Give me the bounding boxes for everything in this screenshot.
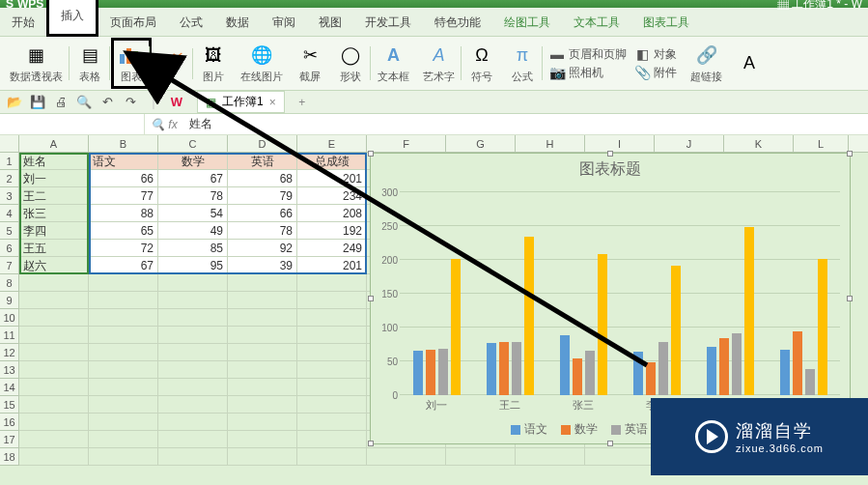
cell[interactable]: 姓名 [19,153,89,170]
row-header[interactable]: 5 [0,222,19,240]
cell[interactable] [367,448,446,466]
workbook-tab[interactable]: ▦ 工作簿1 × [197,91,285,113]
cell[interactable]: 88 [89,205,158,222]
cell[interactable] [158,344,228,361]
ribbon-online-picture[interactable]: 🌐 在线图片 [235,41,289,86]
camera-button[interactable]: 📷照相机 [549,65,627,81]
cell[interactable]: 67 [158,170,228,187]
cell[interactable] [19,379,89,396]
tab-formula[interactable]: 公式 [168,8,214,36]
tab-view[interactable]: 视图 [307,8,353,36]
header-footer-button[interactable]: ▬页眉和页脚 [549,46,627,63]
cell[interactable]: 39 [228,257,297,274]
cell[interactable]: 王二 [19,187,89,205]
ribbon-table[interactable]: ▤ 表格 [70,41,109,86]
tab-chart-tools[interactable]: 图表工具 [631,8,701,36]
cell[interactable]: 赵六 [19,257,89,274]
cell[interactable] [158,274,228,292]
cell[interactable] [158,327,228,344]
cell[interactable] [19,396,89,414]
cell[interactable] [89,309,158,327]
cell[interactable] [158,431,228,448]
bar[interactable] [671,266,681,395]
cell[interactable]: 67 [89,257,158,274]
cell[interactable] [228,379,297,396]
cell[interactable] [228,396,297,414]
bar[interactable] [707,347,716,395]
bar[interactable] [744,227,754,395]
ribbon-pivot[interactable]: ▦ 数据透视表 [4,41,69,86]
bar[interactable] [426,350,435,395]
cell[interactable]: 54 [158,205,228,222]
col-header-k[interactable]: K [724,135,794,152]
row-header[interactable]: 10 [0,309,19,327]
cell[interactable] [297,274,367,292]
cell[interactable]: 234 [297,187,367,205]
ribbon-sparkline-group[interactable] [154,43,192,85]
cell[interactable]: 78 [228,222,297,240]
cell[interactable] [89,361,158,379]
bar[interactable] [732,333,742,395]
tab-insert[interactable]: 插入 [46,0,98,37]
row-header[interactable]: 12 [0,344,19,361]
bar[interactable] [487,343,496,395]
cell[interactable] [89,327,158,344]
cell[interactable] [228,292,297,309]
cell[interactable]: 78 [158,187,228,205]
cell[interactable] [89,292,158,309]
tab-devtools[interactable]: 开发工具 [353,8,423,36]
ribbon-equation[interactable]: π 公式 [503,41,542,86]
cell[interactable] [89,379,158,396]
bar[interactable] [633,352,643,396]
cell[interactable] [297,396,367,414]
cell[interactable]: 刘一 [19,170,89,187]
cell[interactable]: 79 [228,187,297,205]
row-header[interactable]: 3 [0,187,19,205]
undo-icon[interactable]: ↶ [98,94,116,111]
select-all-corner[interactable] [0,135,19,152]
cell[interactable]: 201 [297,170,367,187]
bar[interactable] [598,254,607,395]
cell[interactable] [89,431,158,448]
cell[interactable]: 192 [297,222,367,240]
cell[interactable] [89,414,158,431]
col-header-l[interactable]: L [794,135,849,152]
cell[interactable] [19,309,89,327]
print-icon[interactable]: 🖨 [52,94,70,111]
cell[interactable] [89,274,158,292]
cell[interactable] [228,327,297,344]
formula-input[interactable]: 姓名 [183,116,868,132]
cell[interactable] [297,361,367,379]
col-header-b[interactable]: B [89,135,158,152]
cell[interactable] [89,448,158,466]
cell[interactable]: 总成绩 [297,153,367,170]
cell[interactable]: 249 [297,240,367,257]
bar[interactable] [658,342,668,395]
bar[interactable] [793,331,802,396]
ribbon-symbol[interactable]: Ω 符号 [462,41,501,86]
cell[interactable] [297,448,367,466]
cell[interactable] [228,274,297,292]
cell[interactable]: 95 [158,257,228,274]
col-header-d[interactable]: D [228,135,297,152]
ribbon-picture[interactable]: 🖼 图片 [194,41,233,86]
cell[interactable] [228,344,297,361]
cell[interactable]: 李四 [19,222,89,240]
cell[interactable] [228,309,297,327]
new-tab-button[interactable]: + [294,96,310,109]
row-header[interactable]: 18 [0,448,19,466]
tab-drawing-tools[interactable]: 绘图工具 [492,8,562,36]
cell[interactable]: 英语 [228,153,297,170]
cell[interactable] [158,448,228,466]
row-header[interactable]: 7 [0,257,19,274]
col-header-c[interactable]: C [158,135,228,152]
row-header[interactable]: 14 [0,379,19,396]
cell[interactable] [228,448,297,466]
cell[interactable] [297,379,367,396]
cell[interactable] [158,379,228,396]
cell[interactable] [158,396,228,414]
chart-title[interactable]: 图表标题 [371,154,850,185]
ribbon-more[interactable]: A [730,49,769,78]
cell[interactable] [158,361,228,379]
cell[interactable]: 208 [297,205,367,222]
